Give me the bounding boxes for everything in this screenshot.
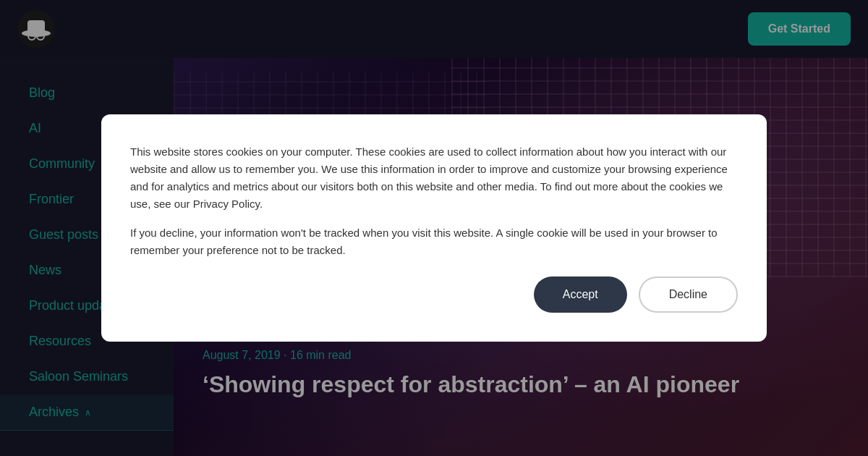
cookie-paragraph-1: This website stores cookies on your comp…: [130, 143, 738, 213]
cookie-paragraph-2: If you decline, your information won't b…: [130, 224, 738, 259]
decline-button[interactable]: Decline: [639, 276, 738, 313]
cookie-overlay: This website stores cookies on your comp…: [0, 0, 868, 456]
cookie-buttons: Accept Decline: [130, 276, 738, 313]
cookie-modal: This website stores cookies on your comp…: [101, 114, 767, 342]
accept-button[interactable]: Accept: [534, 276, 627, 313]
